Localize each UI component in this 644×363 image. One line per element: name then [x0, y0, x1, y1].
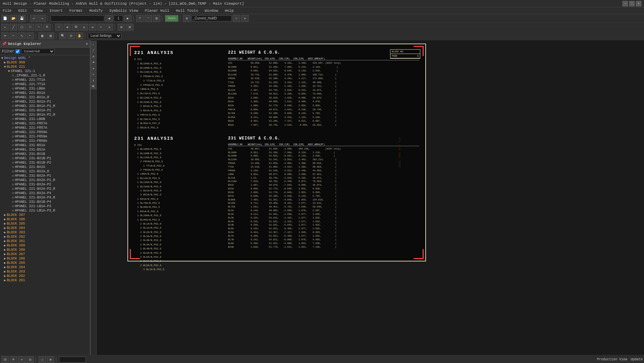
filter-checkbox[interactable]: [15, 49, 20, 54]
bt-zoom[interactable]: ⊡: [26, 356, 34, 363]
menu-symbolic-view[interactable]: Symbolic View: [108, 8, 140, 13]
tree-block-262[interactable]: ▶ BLOCK 262: [0, 274, 90, 278]
bt-cross[interactable]: ⊕: [47, 356, 54, 363]
tree-hpanel-bx2a[interactable]: ⊡ HPANEL 221-BX2A: [0, 165, 90, 169]
bt-input[interactable]: [59, 357, 86, 363]
tree-hpanel-bx1ap1r[interactable]: ⊡ HPANEL 221-BX1A-P1_R: [0, 104, 90, 108]
copy-tool[interactable]: ⧉: [72, 24, 79, 31]
tree-hpanel-fr57a-2[interactable]: ⊡ HPANEL 221-FR57A: [0, 126, 90, 130]
tree-hpanel-bs1a-1[interactable]: ⊡ HPANEL 231-BS1A: [0, 143, 90, 147]
tree-block-286[interactable]: ▶ BLOCK 286: [0, 217, 90, 222]
filter-select[interactable]: Curved Hull: [21, 49, 55, 54]
settings-button[interactable]: ⚙: [183, 15, 191, 22]
tree-hpanel-bx2ap4[interactable]: ⊡ HPANEL 221-BX2A-P4: [0, 191, 90, 195]
tree-hpanel-lb1ap3r[interactable]: ⊡ HPANEL 221-LB1A-P3_R: [0, 208, 90, 213]
tree-block-264[interactable]: ▶ BLOCK 264: [0, 265, 90, 269]
tree-hpanel-lb1ap3[interactable]: ⊡ HPANEL 221-LB1A-P3: [0, 204, 90, 208]
bt-new[interactable]: 🗂: [1, 356, 9, 363]
tree-block-267[interactable]: ▶ BLOCK 267: [0, 252, 90, 256]
tree-hpanel-fr57a-1[interactable]: ⊡ HPANEL 221-FR57A: [0, 121, 90, 126]
tree-hpanel-bx1bp4[interactable]: ⊡ HPANEL 231-BX1B-P4: [0, 200, 90, 204]
tree-hpanel-bx1ap2[interactable]: ⊡ HPANEL 221-BX1A-P2: [0, 108, 90, 113]
move-tool[interactable]: ✥: [64, 24, 71, 31]
tree-block-283[interactable]: ▶ BLOCK 283: [0, 230, 90, 235]
sheet-number[interactable]: [114, 15, 123, 21]
tree-block-287[interactable]: ▶ BLOCK 287: [0, 213, 90, 217]
tree-cpanel-221-1r[interactable]: ⊡ _CPANEL_221-1_R: [0, 73, 90, 78]
rotate-tool[interactable]: ↻: [80, 24, 88, 31]
poly-tool[interactable]: ⬡: [18, 24, 25, 31]
zoom-in-button[interactable]: +: [136, 15, 144, 22]
tree-hpanel-bx1bp1[interactable]: ⊡ HPANEL 231-BX1B-P1: [0, 156, 90, 161]
hatch-tool[interactable]: ▦: [39, 33, 46, 39]
tree-hpanel-bx1ar[interactable]: ⊡ HPANEL 221-BX1A_R: [0, 95, 90, 100]
draw-line[interactable]: ━: [1, 33, 9, 39]
zoom-out-button[interactable]: −: [145, 15, 152, 22]
menu-view[interactable]: View: [33, 8, 44, 13]
tree-block-282[interactable]: ▶ BLOCK 282: [0, 235, 90, 239]
tree-hpanel-lb0b[interactable]: ⊡ HPANEL 231-LB0B: [0, 117, 90, 121]
tree-hpanel-bx1a[interactable]: ⊡ HPANEL 221-BX1A: [0, 91, 90, 95]
redo-button[interactable]: ↪: [39, 15, 46, 22]
tree-block-266[interactable]: ▶ BLOCK 266: [0, 256, 90, 261]
tree-hpanel-bx2ap4r[interactable]: ⊡ HPANEL 221-BX2A-P4_R: [0, 195, 90, 200]
tree-hpanel-bx1ap2r[interactable]: ⊡ HPANEL 221-BX1A-P2_R: [0, 113, 90, 117]
bt-undo[interactable]: ↩: [18, 356, 25, 363]
tree-hpanel-tt1a-1[interactable]: ⊡ HPANEL 221-TT1A: [0, 78, 90, 82]
design-explorer-close[interactable]: ✕: [86, 42, 88, 46]
tree-cpanel-221-1[interactable]: ▼ CPANEL 221-1: [0, 69, 90, 73]
draw-spline[interactable]: ∿: [18, 33, 25, 39]
tree-hpanel-lb0a[interactable]: ⊡ HPANEL 231-LB0A: [0, 86, 90, 91]
tree-hpanel-bx1ap1[interactable]: ⊡ HPANEL 221-BX1A-P1: [0, 100, 90, 104]
menu-hull-tools[interactable]: Hull Tools: [175, 8, 200, 13]
snap-button[interactable]: ⊕: [118, 24, 125, 31]
context-input[interactable]: [192, 15, 232, 21]
new-button[interactable]: 📄: [1, 15, 9, 22]
tree-hpanel-bx2ar[interactable]: ⊡ HPANEL 221-BX2A_R: [0, 169, 90, 174]
menu-edit[interactable]: Edit: [17, 8, 28, 13]
tree-hpanel-fr59a-2[interactable]: ⊡ HPANEL 221-FR59A: [0, 134, 90, 139]
tree-hpanel-bx2ap1[interactable]: ⊡ HPANEL 231-BX2A-P1: [0, 174, 90, 178]
tree-block-269[interactable]: ▶ BLOCK 269: [0, 243, 90, 248]
ortho-button[interactable]: ⊞: [126, 24, 133, 31]
tree-block-268[interactable]: ▶ BLOCK 268: [0, 248, 90, 252]
vtb-view[interactable]: 👁: [91, 60, 96, 65]
tree-block-281[interactable]: ▶ BLOCK 281: [0, 239, 90, 243]
tree-hpanel-bx1b[interactable]: ⊡ HPANEL 231-BX1B: [0, 152, 90, 156]
bt-select[interactable]: ☐: [39, 356, 46, 363]
menu-insert[interactable]: Insert: [48, 8, 64, 13]
tree-hpanel-fr68a[interactable]: ⊡ HPANEL 221-FR68A: [0, 139, 90, 143]
maximize-button[interactable]: □: [629, 1, 635, 6]
text-tool[interactable]: A: [43, 24, 51, 31]
minimize-button[interactable]: ─: [623, 1, 628, 6]
vtb-select[interactable]: ↖: [91, 42, 96, 47]
select-tool[interactable]: ↖: [1, 24, 9, 31]
tree-block-263[interactable]: ▶ BLOCK 263: [0, 269, 90, 274]
tree-hpanel-fr59a-1[interactable]: ⊡ HPANEL 221-FR59A: [0, 130, 90, 134]
menu-file[interactable]: File: [1, 8, 13, 13]
prev-sheet[interactable]: ◀: [105, 15, 113, 22]
tree-block-265[interactable]: ▶ BLOCK 265: [0, 261, 90, 265]
tree-block-285[interactable]: ▶ BLOCK 285: [0, 222, 90, 226]
trim-tool[interactable]: ✂: [97, 24, 105, 31]
fit-button[interactable]: ⊞: [153, 15, 160, 22]
layer-select[interactable]: Local Settings: [88, 33, 121, 39]
tree-hpanel-bx2ap2r[interactable]: ⊡ HPANEL 221-BX2A-P2_R: [0, 187, 90, 191]
rect-tool[interactable]: □: [26, 24, 34, 31]
tree-hpanel-bx1bp2[interactable]: ⊡ HPANEL 231-BX1B-P2: [0, 161, 90, 165]
draw-arc[interactable]: ⌒: [10, 33, 17, 39]
circle-tool[interactable]: ○: [35, 24, 42, 31]
menu-window[interactable]: Window: [204, 8, 220, 13]
tree-block-999[interactable]: ▶ BLOCK 999: [0, 60, 90, 65]
line-tool[interactable]: ╱: [10, 24, 17, 31]
pan-tool[interactable]: ✋: [76, 33, 83, 39]
tree-block-261[interactable]: ▶ BLOCK 261: [0, 278, 90, 283]
menu-planar-hull[interactable]: Planar Hull: [144, 8, 171, 13]
tree-hpanel-bx2ap2[interactable]: ⊡ HPANEL 231-BX2A-P2: [0, 182, 90, 187]
vtb-layer[interactable]: ≡: [91, 72, 96, 77]
undo-button[interactable]: ↩: [30, 15, 38, 22]
vtb-prop[interactable]: ℹ: [91, 78, 96, 83]
open-button[interactable]: 📂: [10, 15, 17, 22]
draw-polyline[interactable]: ⌐: [26, 33, 34, 39]
next-sheet[interactable]: ▶: [124, 15, 131, 22]
